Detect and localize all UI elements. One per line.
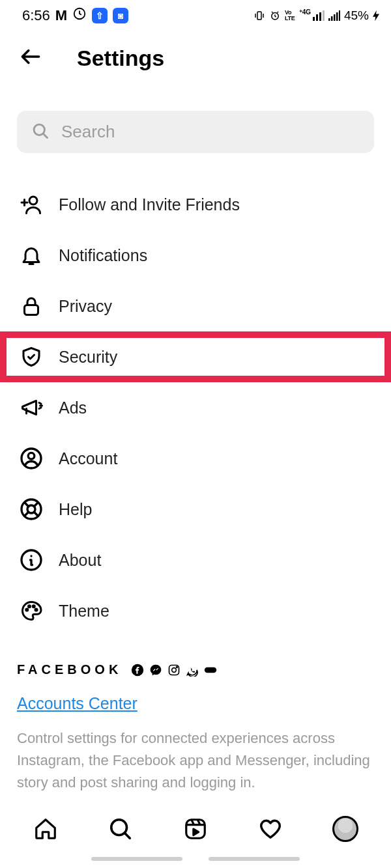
facebook-icon bbox=[131, 664, 144, 677]
menu-item-theme[interactable]: Theme bbox=[0, 585, 391, 636]
screen: { "statusbar": { "time": "6:56", "batter… bbox=[0, 0, 391, 868]
facebook-section: FACEBOOK Accounts Center Control setting… bbox=[0, 636, 391, 807]
gmail-icon: M bbox=[55, 7, 67, 24]
app-icon-1: ⇧ bbox=[92, 8, 108, 23]
signal-4g-icon: ⁺4G bbox=[299, 10, 325, 21]
messenger-icon bbox=[149, 664, 162, 677]
nav-search[interactable] bbox=[106, 815, 135, 843]
menu-item-follow-invite[interactable]: Follow and Invite Friends bbox=[0, 179, 391, 230]
menu-item-label: Security bbox=[59, 348, 117, 367]
nav-activity[interactable] bbox=[256, 815, 285, 843]
menu-item-privacy[interactable]: Privacy bbox=[0, 281, 391, 331]
menu-item-account[interactable]: Account bbox=[0, 433, 391, 484]
svg-rect-28 bbox=[205, 667, 216, 672]
menu-item-label: Notifications bbox=[59, 246, 147, 265]
svg-point-16 bbox=[28, 453, 35, 459]
search-input[interactable] bbox=[61, 122, 360, 142]
signal-icon bbox=[328, 10, 340, 21]
page-title: Settings bbox=[77, 46, 164, 71]
svg-point-22 bbox=[33, 606, 35, 608]
account-icon bbox=[20, 447, 43, 470]
status-bar-left: 6:56 M ⇧ ◙ bbox=[22, 7, 128, 25]
accounts-center-description: Control settings for connected experienc… bbox=[17, 727, 374, 794]
svg-rect-9 bbox=[334, 14, 336, 21]
bell-icon bbox=[20, 244, 43, 267]
clock: 6:56 bbox=[22, 7, 50, 24]
svg-rect-6 bbox=[323, 10, 325, 21]
back-button[interactable] bbox=[18, 44, 43, 72]
status-bar: 6:56 M ⇧ ◙ VoLTE ⁺4G 45% bbox=[0, 0, 391, 31]
svg-point-20 bbox=[26, 609, 28, 611]
svg-rect-1 bbox=[257, 12, 261, 20]
svg-rect-7 bbox=[328, 18, 330, 21]
svg-rect-8 bbox=[331, 16, 333, 21]
status-bar-right: VoLTE ⁺4G 45% bbox=[253, 8, 379, 23]
palette-icon bbox=[20, 599, 43, 623]
nav-reels[interactable] bbox=[181, 815, 210, 843]
brand-icons bbox=[131, 664, 217, 677]
whatsapp-brand-icon bbox=[186, 664, 199, 677]
android-nav-handle bbox=[0, 854, 391, 864]
charging-icon bbox=[373, 10, 379, 21]
facebook-brand-row: FACEBOOK bbox=[17, 662, 374, 677]
app-icon-2: ◙ bbox=[113, 8, 128, 23]
svg-rect-30 bbox=[186, 820, 205, 839]
app-header: Settings bbox=[0, 31, 391, 85]
menu-item-label: Theme bbox=[59, 602, 109, 621]
menu-item-label: Ads bbox=[59, 399, 87, 417]
svg-rect-11 bbox=[339, 10, 340, 21]
menu-item-notifications[interactable]: Notifications bbox=[0, 230, 391, 281]
svg-rect-14 bbox=[25, 305, 38, 315]
battery-text: 45% bbox=[344, 8, 369, 23]
menu-item-security[interactable]: Security bbox=[0, 331, 391, 382]
menu-item-help[interactable]: Help bbox=[0, 484, 391, 535]
search-bar[interactable] bbox=[17, 111, 374, 153]
menu-item-label: Follow and Invite Friends bbox=[59, 195, 240, 214]
facebook-wordmark: FACEBOOK bbox=[17, 662, 122, 677]
vibrate-icon bbox=[253, 10, 265, 21]
menu-item-label: Privacy bbox=[59, 297, 112, 316]
menu-item-ads[interactable]: Ads bbox=[0, 382, 391, 433]
nav-home[interactable] bbox=[31, 815, 60, 843]
oculus-icon bbox=[204, 664, 217, 677]
menu-item-label: Help bbox=[59, 500, 92, 519]
alarm-icon bbox=[269, 10, 281, 21]
svg-point-23 bbox=[35, 609, 37, 611]
svg-point-13 bbox=[29, 197, 37, 204]
info-icon bbox=[20, 548, 43, 572]
volte-icon: VoLTE bbox=[285, 10, 295, 21]
svg-rect-4 bbox=[316, 14, 318, 21]
nav-profile[interactable] bbox=[331, 815, 360, 843]
person-add-icon bbox=[20, 193, 43, 216]
search-container bbox=[0, 85, 391, 153]
search-icon bbox=[31, 122, 50, 143]
menu-item-about[interactable]: About bbox=[0, 535, 391, 585]
whatsapp-icon bbox=[72, 7, 87, 25]
svg-rect-3 bbox=[313, 17, 315, 21]
bottom-navigation bbox=[0, 804, 391, 868]
instagram-icon bbox=[167, 664, 181, 677]
avatar-icon bbox=[332, 816, 358, 842]
svg-rect-5 bbox=[319, 12, 321, 21]
menu-item-label: About bbox=[59, 551, 101, 570]
svg-point-27 bbox=[177, 666, 178, 667]
menu-item-label: Account bbox=[59, 449, 117, 468]
megaphone-icon bbox=[20, 396, 43, 419]
svg-rect-10 bbox=[336, 12, 338, 21]
settings-menu: Follow and Invite Friends Notifications … bbox=[0, 153, 391, 636]
lifebuoy-icon bbox=[20, 497, 43, 521]
svg-point-26 bbox=[172, 667, 177, 672]
svg-point-21 bbox=[29, 606, 31, 608]
shield-check-icon bbox=[20, 345, 43, 369]
accounts-center-link[interactable]: Accounts Center bbox=[17, 694, 138, 713]
lock-icon bbox=[20, 294, 43, 318]
